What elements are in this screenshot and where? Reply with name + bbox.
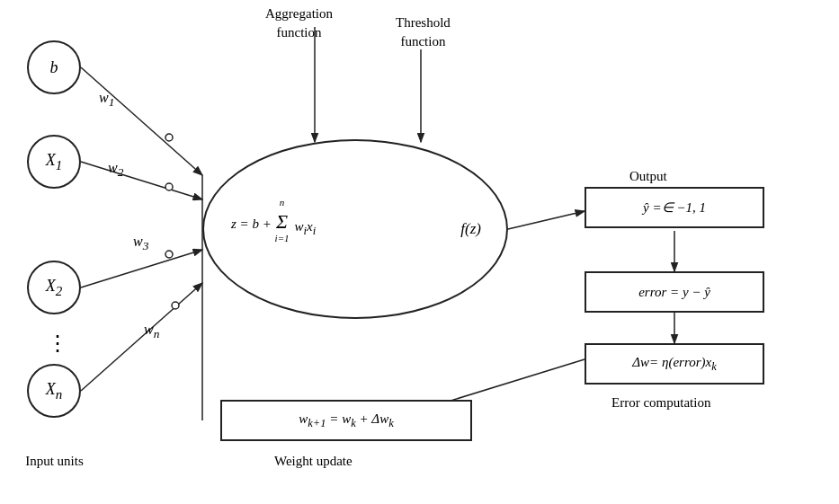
weight-update-box: wk+1 = wk + Δwk xyxy=(220,400,472,441)
output-box: ŷ =∈ −1, 1 xyxy=(585,187,764,228)
svg-line-8 xyxy=(81,283,202,391)
svg-point-5 xyxy=(165,183,173,190)
weight-w1: w1 xyxy=(99,90,114,110)
error-box: error = y − ŷ xyxy=(585,271,764,313)
node-x2-label: X2 xyxy=(46,277,63,299)
node-x1-label: X1 xyxy=(46,151,63,173)
delta-w-formula: Δw= η(error)xk xyxy=(632,355,717,374)
node-xn-label: Xn xyxy=(46,380,63,402)
error-computation-label: Error computation xyxy=(611,395,710,411)
node-x2: X2 xyxy=(27,261,81,314)
error-formula: error = y − ŷ xyxy=(638,285,710,300)
fz-label: f(z) xyxy=(460,220,481,238)
delta-w-box: Δw= η(error)xk xyxy=(585,343,764,385)
node-xn: Xn xyxy=(27,364,81,418)
weight-update-formula: wk+1 = wk + Δwk xyxy=(299,411,393,430)
output-title: Output xyxy=(629,169,667,184)
weight-w3: w3 xyxy=(133,234,148,253)
node-b-label: b xyxy=(50,58,58,77)
output-formula: ŷ =∈ −1, 1 xyxy=(643,199,706,216)
weight-w2: w2 xyxy=(108,160,123,180)
svg-line-13 xyxy=(508,211,585,229)
svg-point-3 xyxy=(165,134,173,141)
neuron-formula: z = b + n Σ i=1 wixi xyxy=(231,212,316,245)
svg-point-7 xyxy=(165,251,173,258)
node-b: b xyxy=(27,40,81,94)
neuron-circle: z = b + n Σ i=1 wixi f(z) xyxy=(202,139,508,319)
aggregation-function-label: Aggregationfunction xyxy=(265,4,333,42)
svg-line-4 xyxy=(81,162,202,199)
threshold-function-label: Thresholdfunction xyxy=(396,13,451,51)
weight-update-label: Weight update xyxy=(274,454,353,469)
diagram: b X1 X2 ⋮ Xn w1 w2 w3 wn z = b + n Σ i=1… xyxy=(0,0,839,504)
weight-wn: wn xyxy=(144,322,159,341)
node-x1: X1 xyxy=(27,135,81,189)
svg-line-2 xyxy=(81,67,202,175)
dots-label: ⋮ xyxy=(47,331,68,356)
svg-line-6 xyxy=(81,250,202,287)
svg-point-9 xyxy=(172,302,179,309)
input-units-label: Input units xyxy=(16,454,93,469)
